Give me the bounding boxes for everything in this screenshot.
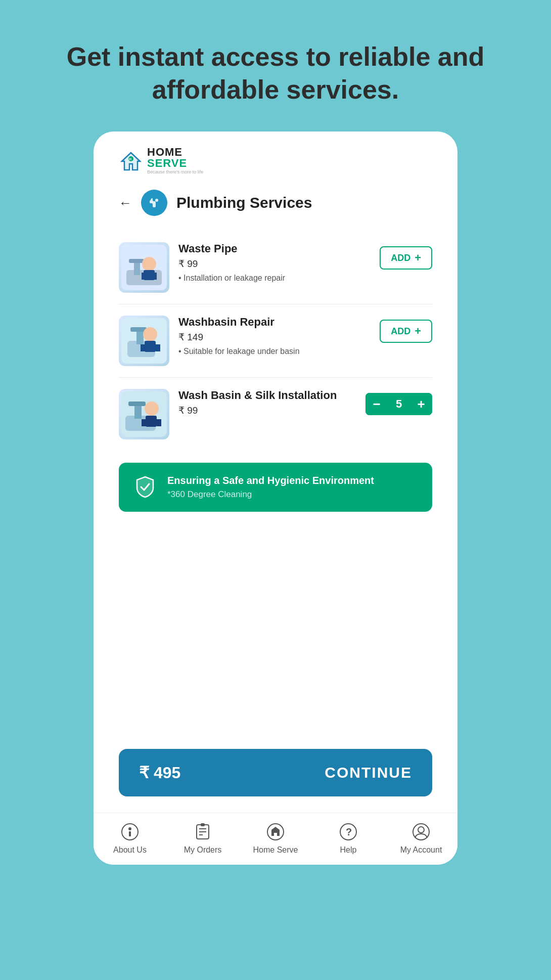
svg-rect-27 [146,416,157,427]
help-icon: ? [339,822,358,841]
page-header: ← Plumbing Services [119,190,432,216]
plumber-illustration-1 [121,245,167,290]
safety-subtitle: *360 Degree Cleaning [167,489,374,500]
nav-label-orders: My Orders [184,845,222,855]
qty-decrease-button[interactable]: − [365,393,388,415]
service-price-3: ₹ 99 [178,405,356,416]
logo-area: H HOME SERVE Because there's more to lif… [119,147,432,174]
add-label-2: ADD [391,326,410,337]
bottom-nav: About Us My Orders [94,813,457,865]
nav-label-about: About Us [113,845,147,855]
svg-rect-13 [153,273,157,280]
svg-rect-37 [201,823,205,826]
nav-label-help: Help [340,845,357,855]
nav-label-account: My Account [400,845,442,855]
service-image-3 [119,389,169,439]
service-name-2: Washbasin Repair [178,316,371,329]
service-desc-2: Suitable for leakage under basin [178,347,371,356]
svg-rect-25 [128,402,146,406]
plumber-illustration-3 [121,391,167,437]
svg-rect-32 [129,831,131,836]
service-item-washbasin-silk: Wash Basin & Silk Installation ₹ 99 − 5 … [119,378,432,451]
orders-icon [193,822,212,841]
svg-point-5 [155,199,158,202]
service-image-1 [119,242,169,293]
service-price-2: ₹ 149 [178,331,371,343]
add-button-1[interactable]: ADD + [380,246,432,270]
svg-rect-21 [156,344,160,351]
service-name-3: Wash Basin & Silk Installation [178,389,356,402]
qty-value: 5 [388,397,410,411]
nav-item-account[interactable]: My Account [396,822,446,855]
back-button[interactable]: ← [119,196,132,209]
logo-tagline: Because there's more to life [147,170,203,174]
nav-item-homeserve[interactable]: Home Serve [250,822,301,855]
logo-home: HOME [147,147,203,158]
add-button-2[interactable]: ADD + [380,320,432,343]
safety-banner: Ensuring a Safe and Hygienic Environment… [119,463,432,512]
service-desc-1: Installation or leakage repair [178,274,371,283]
nav-item-help[interactable]: ? Help [323,822,374,855]
svg-rect-9 [129,259,144,263]
nav-item-orders[interactable]: My Orders [177,822,228,855]
svg-rect-29 [157,419,161,426]
svg-point-31 [128,827,131,830]
qty-control-3: − 5 + [365,393,432,415]
nav-label-homeserve: Home Serve [253,845,298,855]
plumber-illustration-2 [121,318,167,364]
phone-card: H HOME SERVE Because there's more to lif… [94,131,457,865]
svg-rect-19 [145,341,156,352]
continue-label: CONTINUE [325,764,412,781]
service-info-1: Waste Pipe ₹ 99 Installation or leakage … [178,242,371,283]
svg-text:?: ? [346,826,352,837]
about-icon [120,822,140,841]
homeserve-logo-icon: H [119,149,143,173]
svg-rect-28 [142,419,146,426]
plumbing-icon [147,195,162,210]
nav-item-about[interactable]: About Us [105,822,155,855]
plus-icon-2: + [415,325,421,338]
service-info-2: Washbasin Repair ₹ 149 Suitable for leak… [178,316,371,356]
homeserve-nav-icon [266,822,285,841]
plus-icon-1: + [415,251,421,264]
safety-text: Ensuring a Safe and Hygienic Environment… [167,475,374,500]
account-icon [411,822,431,841]
service-item-waste-pipe: Waste Pipe ₹ 99 Installation or leakage … [119,231,432,304]
svg-point-42 [418,827,424,833]
continue-button[interactable]: ₹ 495 CONTINUE [119,749,432,796]
plumbing-icon-circle [141,190,167,216]
add-label-1: ADD [391,253,410,263]
qty-increase-button[interactable]: + [410,393,432,415]
continue-price: ₹ 495 [139,763,180,782]
svg-point-10 [142,257,156,271]
svg-rect-12 [142,273,146,280]
service-item-washbasin: Washbasin Repair ₹ 149 Suitable for leak… [119,304,432,378]
service-info-3: Wash Basin & Silk Installation ₹ 99 [178,389,356,420]
svg-point-18 [143,327,157,341]
page-title: Plumbing Services [176,194,312,211]
headline: Get instant access to reliable and affor… [0,40,551,106]
service-name-1: Waste Pipe [178,242,371,255]
svg-text:H: H [129,157,131,161]
svg-point-26 [145,402,159,416]
svg-rect-20 [141,344,145,351]
service-image-2 [119,316,169,366]
shield-icon [133,475,157,499]
service-price-1: ₹ 99 [178,258,371,270]
logo-serve: SERVE [147,158,203,169]
safety-title: Ensuring a Safe and Hygienic Environment [167,475,374,486]
